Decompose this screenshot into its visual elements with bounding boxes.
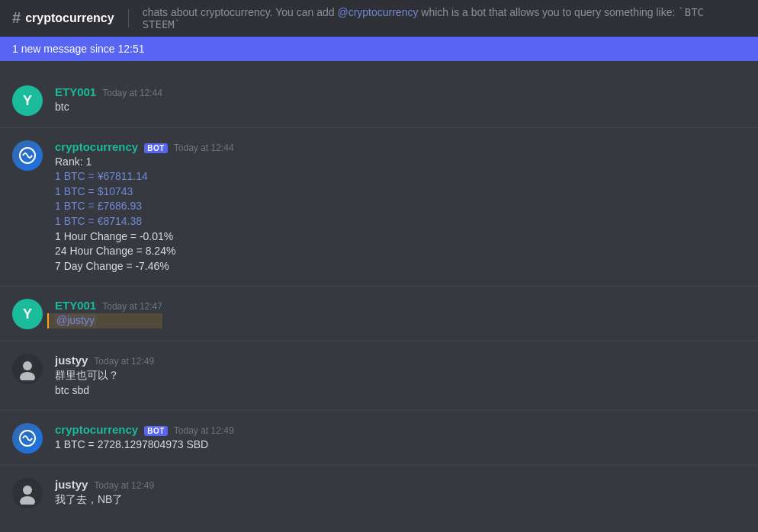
svg-point-5 bbox=[20, 496, 35, 505]
message-line: 1 BTC = ¥67811.14 bbox=[55, 169, 234, 184]
separator bbox=[0, 127, 758, 128]
message-group: cryptocurrency BOT Today at 12:49 1 BTC … bbox=[0, 417, 758, 459]
username: ETY001 bbox=[55, 85, 96, 98]
message-group: justyy Today at 12:49 我了去，NB了 bbox=[0, 472, 758, 514]
message-text: 我了去，NB了 bbox=[55, 492, 154, 508]
message-text: Rank: 1 1 BTC = ¥67811.14 1 BTC = $10743… bbox=[55, 155, 234, 274]
message-group: Y ETY001 Today at 12:44 btc bbox=[0, 79, 758, 121]
user-avatar bbox=[12, 354, 43, 384]
username: ETY001 bbox=[55, 299, 96, 312]
avatar: Y bbox=[12, 85, 43, 116]
username: cryptocurrency bbox=[55, 140, 138, 153]
message-content: ETY001 Today at 12:44 btc bbox=[55, 85, 162, 115]
top-bar: # cryptocurrency chats about cryptocurre… bbox=[0, 0, 758, 37]
message-line: 1 BTC = €8714.38 bbox=[55, 214, 234, 229]
ripple-icon bbox=[18, 146, 37, 165]
timestamp: Today at 12:47 bbox=[102, 301, 162, 312]
separator bbox=[0, 341, 758, 341]
svg-point-4 bbox=[23, 486, 32, 495]
messages-area: Y ETY001 Today at 12:44 btc cryptocurren… bbox=[0, 61, 758, 528]
bot-badge: BOT bbox=[144, 426, 168, 436]
channel-header: # cryptocurrency chats about cryptocurre… bbox=[12, 6, 746, 30]
channel-name: cryptocurrency bbox=[25, 11, 114, 25]
user-avatar bbox=[12, 478, 43, 508]
message-line: btc sbd bbox=[55, 383, 154, 399]
mention-link[interactable]: @cryptocurrency bbox=[337, 6, 418, 18]
timestamp: Today at 12:44 bbox=[174, 143, 234, 153]
avatar bbox=[12, 140, 43, 171]
new-message-banner[interactable]: 1 new message since 12:51 bbox=[0, 37, 758, 61]
separator bbox=[0, 410, 758, 411]
message-line: 7 Day Change = -7.46% bbox=[55, 259, 234, 274]
timestamp: Today at 12:49 bbox=[174, 425, 234, 436]
message-line: 1 BTC = £7686.93 bbox=[55, 199, 234, 214]
message-line: Rank: 1 bbox=[55, 155, 234, 170]
message-content: cryptocurrency BOT Today at 12:44 Rank: … bbox=[55, 140, 234, 274]
message-text: 1 BTC = 2728.1297804973 SBD bbox=[55, 437, 234, 453]
face-svg bbox=[16, 357, 39, 380]
message-header: ETY001 Today at 12:44 bbox=[55, 85, 162, 98]
timestamp: Today at 12:49 bbox=[94, 480, 154, 491]
svg-point-2 bbox=[20, 372, 35, 380]
message-header: cryptocurrency BOT Today at 12:44 bbox=[55, 140, 234, 153]
mention: @justyy bbox=[55, 314, 96, 326]
message-header: justyy Today at 12:49 bbox=[55, 354, 154, 367]
message-text: @justyy bbox=[55, 313, 162, 328]
message-line: 群里也可以？ bbox=[55, 368, 154, 383]
message-text: btc bbox=[55, 100, 162, 115]
message-line: 1 BTC = $10743 bbox=[55, 184, 234, 200]
username: justyy bbox=[55, 354, 88, 367]
message-header: ETY001 Today at 12:47 bbox=[55, 299, 162, 312]
message-content: ETY001 Today at 12:47 @justyy bbox=[55, 299, 162, 328]
message-header: justyy Today at 12:49 bbox=[55, 478, 154, 491]
ripple-icon bbox=[18, 429, 37, 447]
channel-description: chats about cryptocurrency. You can add … bbox=[143, 6, 746, 30]
message-content: justyy Today at 12:49 群里也可以？ btc sbd bbox=[55, 354, 154, 398]
message-group: justyy Today at 12:49 群里也可以？ btc sbd bbox=[0, 348, 758, 404]
timestamp: Today at 12:49 bbox=[94, 356, 154, 367]
username: justyy bbox=[55, 478, 88, 491]
separator bbox=[0, 286, 758, 287]
message-line: 1 Hour Change = -0.01% bbox=[55, 229, 234, 245]
username: cryptocurrency bbox=[55, 423, 138, 436]
message-line: 我了去，NB了 bbox=[55, 492, 154, 508]
message-group: cryptocurrency BOT Today at 12:44 Rank: … bbox=[0, 134, 758, 280]
separator bbox=[0, 465, 758, 466]
message-line: 24 Hour Change = 8.24% bbox=[55, 244, 234, 259]
message-line: 1 BTC = 2728.1297804973 SBD bbox=[55, 437, 234, 453]
mention-highlight: @justyy bbox=[47, 313, 162, 328]
message-text: 群里也可以？ btc sbd bbox=[55, 368, 154, 398]
svg-point-1 bbox=[23, 361, 32, 370]
timestamp: Today at 12:44 bbox=[102, 88, 162, 98]
face-svg bbox=[16, 482, 39, 505]
avatar bbox=[12, 478, 43, 508]
avatar bbox=[12, 423, 43, 453]
hash-icon: # bbox=[12, 9, 21, 27]
bot-badge: BOT bbox=[144, 143, 168, 153]
header-divider bbox=[128, 9, 129, 27]
message-content: justyy Today at 12:49 我了去，NB了 bbox=[55, 478, 154, 508]
avatar bbox=[12, 354, 43, 384]
message-content: cryptocurrency BOT Today at 12:49 1 BTC … bbox=[55, 423, 234, 453]
avatar: Y bbox=[12, 299, 43, 329]
message-group: Y ETY001 Today at 12:47 @justyy bbox=[0, 293, 758, 335]
message-header: cryptocurrency BOT Today at 12:49 bbox=[55, 423, 234, 436]
